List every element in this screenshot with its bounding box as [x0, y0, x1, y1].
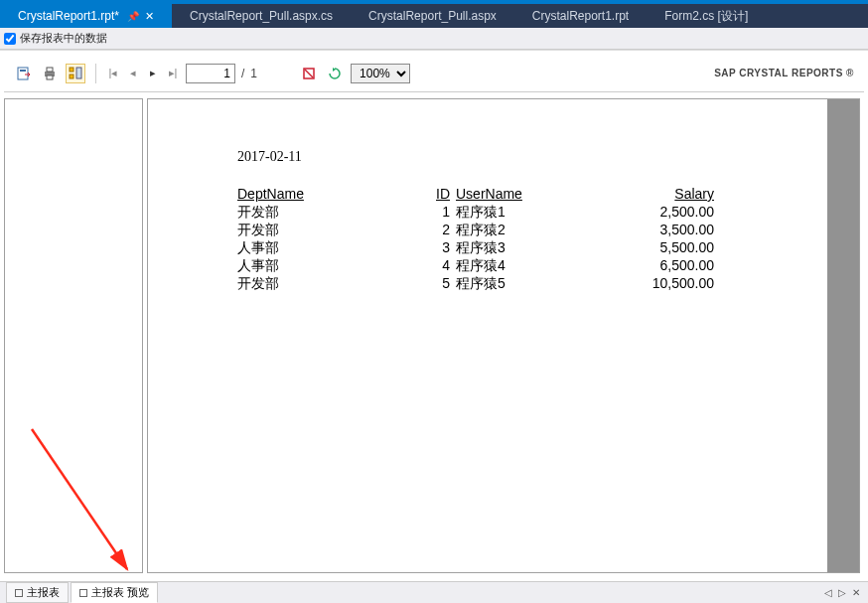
tab-label: CrystalReport1.rpt [532, 9, 629, 23]
close-panel-button[interactable]: ✕ [852, 587, 860, 598]
svg-rect-6 [70, 75, 73, 78]
cell-id: 1 [426, 203, 456, 221]
scroll-right-button[interactable]: ▷ [838, 587, 846, 598]
zoom-select[interactable]: 100% [351, 64, 410, 83]
page-total: 1 [250, 67, 257, 80]
svg-line-9 [305, 70, 313, 77]
toggle-tree-button[interactable] [66, 64, 85, 83]
cell-salary: 2,500.00 [615, 203, 714, 221]
first-page-button[interactable]: |◂ [106, 67, 120, 79]
footer-tab-main-report[interactable]: 主报表 [6, 582, 69, 603]
svg-rect-4 [47, 75, 53, 79]
viewer-toolbar: |◂ ◂ ▸ ▸| / 1 100% SAP CRYSTAL REPORTS ® [4, 55, 864, 92]
page-number-input[interactable] [186, 64, 235, 83]
cell-dept: 开发部 [237, 274, 426, 292]
options-bar: 保存报表中的数据 [0, 28, 868, 50]
cell-salary: 10,500.00 [615, 274, 714, 292]
cell-user: 程序猿3 [456, 238, 615, 256]
tab-crystalreport-pull-aspx-cs[interactable]: CrystalReport_Pull.aspx.cs [172, 4, 351, 28]
svg-rect-5 [70, 68, 73, 72]
cell-dept: 人事部 [237, 256, 426, 274]
document-tabs: CrystalReport1.rpt* 📌 ✕ CrystalReport_Pu… [0, 4, 868, 28]
page-separator: / [241, 67, 244, 80]
report-icon [79, 589, 87, 597]
next-page-button[interactable]: ▸ [146, 67, 160, 79]
table-row: 开发部2程序猿23,500.00 [237, 221, 807, 238]
cell-user: 程序猿2 [456, 221, 615, 238]
cell-user: 程序猿1 [456, 203, 615, 221]
cell-dept: 开发部 [237, 203, 426, 221]
tab-crystalreport-pull-aspx[interactable]: CrystalReport_Pull.aspx [351, 4, 514, 28]
col-header-user: UserName [456, 185, 615, 203]
cell-dept: 人事部 [237, 238, 426, 256]
col-header-dept: DeptName [237, 185, 426, 203]
tab-label: CrystalReport_Pull.aspx.cs [190, 9, 333, 23]
group-tree-panel[interactable] [4, 98, 143, 573]
svg-rect-7 [76, 68, 81, 78]
footer-tab-main-report-preview[interactable]: 主报表 预览 [71, 582, 158, 603]
col-header-id: ID [426, 185, 456, 203]
svg-rect-0 [18, 68, 28, 79]
footer-controls: ◁ ▷ ✕ [824, 587, 868, 598]
tab-label: CrystalReport1.rpt* [18, 9, 119, 23]
report-page: 2017-02-11 DeptName ID UserName Salary 开… [148, 99, 827, 573]
tab-label: Form2.cs [设计] [664, 8, 748, 25]
cell-salary: 6,500.00 [615, 256, 714, 274]
scroll-left-button[interactable]: ◁ [824, 587, 832, 598]
export-button[interactable] [14, 64, 34, 83]
report-canvas[interactable]: 2017-02-11 DeptName ID UserName Salary 开… [147, 98, 860, 573]
stop-button[interactable] [299, 64, 319, 83]
save-data-checkbox[interactable] [4, 33, 16, 45]
tab-crystalreport1-rpt-dirty[interactable]: CrystalReport1.rpt* 📌 ✕ [0, 4, 172, 28]
table-row: 开发部1程序猿12,500.00 [237, 203, 807, 221]
cell-id: 4 [426, 256, 456, 274]
close-icon[interactable]: ✕ [145, 10, 154, 23]
save-data-label: 保存报表中的数据 [20, 31, 107, 46]
tab-label: CrystalReport_Pull.aspx [368, 9, 497, 23]
report-viewer: |◂ ◂ ▸ ▸| / 1 100% SAP CRYSTAL REPORTS ®… [0, 50, 868, 581]
print-button[interactable] [40, 64, 60, 83]
svg-rect-1 [20, 70, 26, 72]
brand-label: SAP CRYSTAL REPORTS ® [714, 68, 854, 78]
cell-salary: 3,500.00 [615, 221, 714, 238]
tab-form2-cs-design[interactable]: Form2.cs [设计] [647, 4, 766, 28]
report-table: DeptName ID UserName Salary 开发部1程序猿12,50… [237, 185, 807, 292]
footer-tab-label: 主报表 [27, 585, 60, 600]
cell-user: 程序猿5 [456, 274, 615, 292]
table-row: 人事部3程序猿35,500.00 [237, 238, 807, 256]
cell-id: 3 [426, 238, 456, 256]
cell-id: 5 [426, 274, 456, 292]
cell-salary: 5,500.00 [615, 238, 714, 256]
tab-crystalreport1-rpt[interactable]: CrystalReport1.rpt [514, 4, 647, 28]
table-row: 人事部4程序猿46,500.00 [237, 256, 807, 274]
pin-icon[interactable]: 📌 [127, 11, 139, 22]
cell-id: 2 [426, 221, 456, 238]
last-page-button[interactable]: ▸| [166, 67, 180, 79]
report-date: 2017-02-11 [237, 149, 807, 165]
cell-user: 程序猿4 [456, 256, 615, 274]
refresh-button[interactable] [325, 64, 345, 83]
prev-page-button[interactable]: ◂ [126, 67, 140, 79]
svg-rect-3 [47, 68, 53, 72]
col-header-salary: Salary [615, 185, 714, 203]
footer-tab-label: 主报表 预览 [91, 585, 149, 600]
report-icon [15, 589, 23, 597]
cell-dept: 开发部 [237, 221, 426, 238]
table-row: 开发部5程序猿510,500.00 [237, 274, 807, 292]
designer-footer-tabs: 主报表 主报表 预览 ◁ ▷ ✕ [0, 581, 868, 603]
